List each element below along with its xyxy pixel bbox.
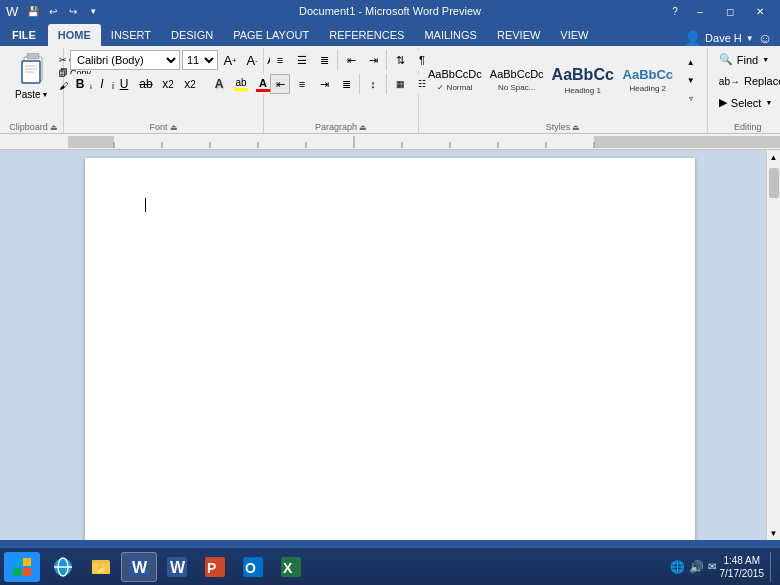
sort-btn[interactable]: ⇅ [390, 50, 410, 70]
bullets-btn[interactable]: ≡ [270, 50, 290, 70]
font-size-select[interactable]: 11 [182, 50, 218, 70]
undo-quick-btn[interactable]: ↩ [44, 2, 62, 20]
start-button[interactable] [4, 552, 40, 582]
tab-home[interactable]: HOME [48, 24, 101, 46]
style-h2-preview: AaBbCc [623, 67, 674, 83]
tab-view[interactable]: VIEW [550, 24, 598, 46]
tab-review[interactable]: REVIEW [487, 24, 550, 46]
italic-btn[interactable]: I [92, 74, 112, 94]
user-name: Dave H [705, 32, 742, 44]
style-h2-label: Heading 2 [630, 84, 666, 93]
taskbar-word2[interactable]: W [159, 552, 195, 582]
outlook-icon: O [241, 555, 265, 579]
paste-dropdown-icon[interactable]: ▼ [42, 91, 49, 98]
styles-label: Styles ⏏ [425, 120, 701, 133]
highlight-btn[interactable]: ab [231, 74, 251, 94]
restore-btn[interactable]: ◻ [716, 2, 744, 20]
close-btn[interactable]: ✕ [746, 2, 774, 20]
styles-scroll-down[interactable]: ▼ [681, 71, 701, 89]
style-normal[interactable]: AaBbCcDc ✓ Normal [425, 52, 485, 108]
style-nospace-preview: AaBbCcDc [490, 68, 544, 81]
superscript-btn[interactable]: x2 [180, 74, 200, 94]
replace-btn[interactable]: ab→ Replace [714, 72, 780, 90]
font-name-select[interactable]: Calibri (Body) [70, 50, 180, 70]
center-btn[interactable]: ≡ [292, 74, 312, 94]
style-heading1[interactable]: AaBbCc Heading 1 [549, 52, 617, 108]
style-heading2[interactable]: AaBbCc Heading 2 [619, 52, 677, 108]
tab-mailings[interactable]: MAILINGS [414, 24, 487, 46]
underline-btn[interactable]: U [114, 74, 134, 94]
tab-references[interactable]: REFERENCES [319, 24, 414, 46]
para-expand-icon[interactable]: ⏏ [359, 123, 367, 132]
style-h1-preview: AaBbCc [552, 65, 614, 84]
style-no-spacing[interactable]: AaBbCcDc No Spac... [487, 52, 547, 108]
align-right-btn[interactable]: ⇥ [314, 74, 334, 94]
taskbar-word[interactable]: W [121, 552, 157, 582]
svg-text:W: W [170, 559, 186, 576]
redo-quick-btn[interactable]: ↪ [64, 2, 82, 20]
customize-quick-btn[interactable]: ▼ [84, 2, 102, 20]
decrease-indent-btn[interactable]: ⇤ [341, 50, 361, 70]
increase-indent-btn[interactable]: ⇥ [363, 50, 383, 70]
ruler-markings [68, 136, 780, 148]
show-desktop-btn[interactable] [770, 552, 776, 582]
network-icon: 🌐 [670, 560, 685, 574]
shading-btn[interactable]: ▦ [390, 74, 410, 94]
taskbar-explorer[interactable]: 📁 [83, 552, 119, 582]
shrink-font-btn[interactable]: A- [242, 50, 262, 70]
text-cursor [145, 198, 146, 212]
find-btn[interactable]: 🔍 Find ▼ [714, 50, 774, 69]
taskbar-excel[interactable]: X [273, 552, 309, 582]
strikethrough-btn[interactable]: ab [136, 74, 156, 94]
styles-scroll-up[interactable]: ▲ [681, 53, 701, 71]
style-normal-label: ✓ Normal [437, 83, 472, 92]
notification-icon[interactable]: ✉ [708, 561, 716, 572]
page[interactable] [85, 158, 695, 540]
bold-btn[interactable]: B [70, 74, 90, 94]
line-spacing-btn[interactable]: ↕ [363, 74, 383, 94]
select-btn[interactable]: ▶ Select ▼ [714, 93, 778, 112]
numbering-btn[interactable]: ☰ [292, 50, 312, 70]
find-dropdown-icon[interactable]: ▼ [762, 56, 769, 63]
tab-page-layout[interactable]: PAGE LAYOUT [223, 24, 319, 46]
tab-insert[interactable]: INSERT [101, 24, 161, 46]
subscript-btn[interactable]: x2 [158, 74, 178, 94]
taskbar-outlook[interactable]: O [235, 552, 271, 582]
select-dropdown-icon[interactable]: ▼ [765, 99, 772, 106]
scroll-down-btn[interactable]: ▼ [767, 526, 781, 540]
tab-bar: FILE HOME INSERT DESIGN PAGE LAYOUT REFE… [0, 22, 780, 46]
paste-button[interactable]: Paste ▼ [10, 50, 54, 103]
scroll-up-btn[interactable]: ▲ [767, 150, 781, 164]
styles-more[interactable]: ▿ [681, 89, 701, 107]
taskbar-ie[interactable] [45, 552, 81, 582]
minimize-btn[interactable]: – [686, 2, 714, 20]
font-expand-icon[interactable]: ⏏ [170, 123, 178, 132]
sep4 [359, 74, 360, 94]
taskbar-powerpoint[interactable]: P [197, 552, 233, 582]
clipboard-expand-icon[interactable]: ⏏ [50, 123, 58, 132]
ruler-content [68, 136, 780, 148]
align-left-btn[interactable]: ⇤ [270, 74, 290, 94]
clipboard-group: Paste ▼ ✂ Cut 🗐 Copy 🖌 Format Painter Cl… [4, 48, 64, 133]
svg-text:📁: 📁 [97, 565, 106, 574]
title-text: Document1 - Microsoft Word Preview [299, 5, 481, 17]
user-dropdown-icon[interactable]: ▼ [746, 34, 754, 43]
font-size-container: 11 [182, 50, 218, 70]
svg-rect-1 [27, 53, 39, 59]
smiley-icon: ☺ [758, 30, 772, 46]
save-quick-btn[interactable]: 💾 [24, 2, 42, 20]
tab-file[interactable]: FILE [0, 24, 48, 46]
tab-design[interactable]: DESIGN [161, 24, 223, 46]
quick-access-toolbar: W 💾 ↩ ↪ ▼ [6, 2, 102, 20]
font-label: Font ⏏ [70, 120, 257, 133]
justify-btn[interactable]: ≣ [336, 74, 356, 94]
time-block[interactable]: 1:48 AM 7/17/2015 [720, 554, 765, 580]
select-icon: ▶ [719, 96, 727, 109]
scroll-thumb[interactable] [769, 168, 779, 198]
text-effects-btn[interactable]: A [209, 74, 229, 94]
powerpoint-icon: P [203, 555, 227, 579]
multilevel-btn[interactable]: ≣ [314, 50, 334, 70]
help-btn[interactable]: ? [666, 2, 684, 20]
grow-font-btn[interactable]: A+ [220, 50, 240, 70]
styles-expand-icon[interactable]: ⏏ [572, 123, 580, 132]
